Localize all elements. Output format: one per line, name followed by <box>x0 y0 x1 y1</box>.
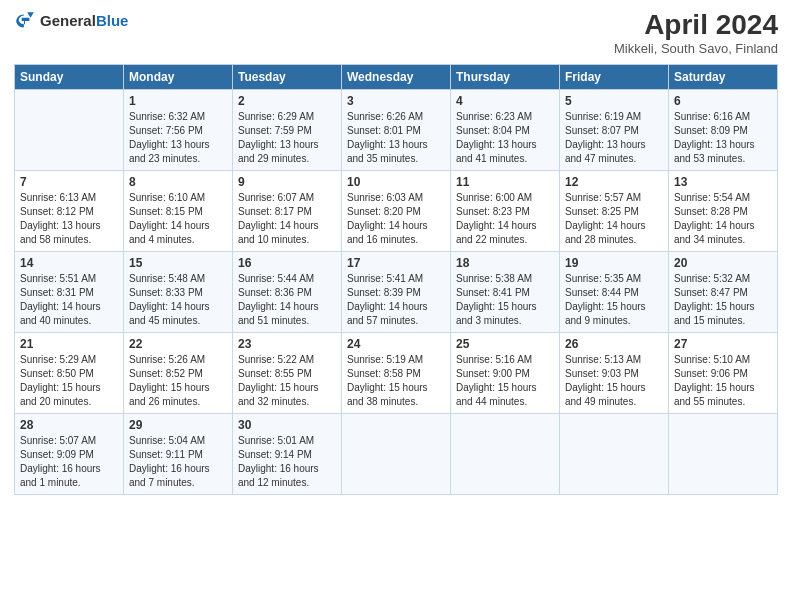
calendar-body: 1Sunrise: 6:32 AM Sunset: 7:56 PM Daylig… <box>15 89 778 494</box>
day-info: Sunrise: 5:44 AM Sunset: 8:36 PM Dayligh… <box>238 272 336 328</box>
day-info: Sunrise: 5:04 AM Sunset: 9:11 PM Dayligh… <box>129 434 227 490</box>
day-number: 20 <box>674 256 772 270</box>
day-info: Sunrise: 5:13 AM Sunset: 9:03 PM Dayligh… <box>565 353 663 409</box>
day-number: 17 <box>347 256 445 270</box>
day-info: Sunrise: 5:38 AM Sunset: 8:41 PM Dayligh… <box>456 272 554 328</box>
calendar-cell: 26Sunrise: 5:13 AM Sunset: 9:03 PM Dayli… <box>560 332 669 413</box>
week-row-1: 1Sunrise: 6:32 AM Sunset: 7:56 PM Daylig… <box>15 89 778 170</box>
calendar-cell: 16Sunrise: 5:44 AM Sunset: 8:36 PM Dayli… <box>233 251 342 332</box>
day-number: 21 <box>20 337 118 351</box>
day-number: 27 <box>674 337 772 351</box>
calendar-cell: 5Sunrise: 6:19 AM Sunset: 8:07 PM Daylig… <box>560 89 669 170</box>
col-header-thursday: Thursday <box>451 64 560 89</box>
logo: GeneralBlue <box>14 10 128 32</box>
day-number: 18 <box>456 256 554 270</box>
calendar-cell: 14Sunrise: 5:51 AM Sunset: 8:31 PM Dayli… <box>15 251 124 332</box>
day-number: 30 <box>238 418 336 432</box>
day-info: Sunrise: 5:48 AM Sunset: 8:33 PM Dayligh… <box>129 272 227 328</box>
day-number: 8 <box>129 175 227 189</box>
calendar-cell: 30Sunrise: 5:01 AM Sunset: 9:14 PM Dayli… <box>233 413 342 494</box>
day-info: Sunrise: 5:35 AM Sunset: 8:44 PM Dayligh… <box>565 272 663 328</box>
day-info: Sunrise: 6:07 AM Sunset: 8:17 PM Dayligh… <box>238 191 336 247</box>
calendar-cell: 20Sunrise: 5:32 AM Sunset: 8:47 PM Dayli… <box>669 251 778 332</box>
day-info: Sunrise: 6:23 AM Sunset: 8:04 PM Dayligh… <box>456 110 554 166</box>
day-number: 7 <box>20 175 118 189</box>
calendar-cell: 18Sunrise: 5:38 AM Sunset: 8:41 PM Dayli… <box>451 251 560 332</box>
day-info: Sunrise: 5:19 AM Sunset: 8:58 PM Dayligh… <box>347 353 445 409</box>
day-info: Sunrise: 5:51 AM Sunset: 8:31 PM Dayligh… <box>20 272 118 328</box>
day-info: Sunrise: 5:26 AM Sunset: 8:52 PM Dayligh… <box>129 353 227 409</box>
title-block: April 2024 Mikkeli, South Savo, Finland <box>614 10 778 56</box>
calendar-cell: 24Sunrise: 5:19 AM Sunset: 8:58 PM Dayli… <box>342 332 451 413</box>
calendar-cell <box>669 413 778 494</box>
day-number: 26 <box>565 337 663 351</box>
calendar-cell: 10Sunrise: 6:03 AM Sunset: 8:20 PM Dayli… <box>342 170 451 251</box>
col-header-tuesday: Tuesday <box>233 64 342 89</box>
day-info: Sunrise: 6:16 AM Sunset: 8:09 PM Dayligh… <box>674 110 772 166</box>
day-info: Sunrise: 5:41 AM Sunset: 8:39 PM Dayligh… <box>347 272 445 328</box>
day-info: Sunrise: 5:54 AM Sunset: 8:28 PM Dayligh… <box>674 191 772 247</box>
day-number: 23 <box>238 337 336 351</box>
calendar-cell: 22Sunrise: 5:26 AM Sunset: 8:52 PM Dayli… <box>124 332 233 413</box>
col-header-monday: Monday <box>124 64 233 89</box>
header-row-days: SundayMondayTuesdayWednesdayThursdayFrid… <box>15 64 778 89</box>
logo-general: General <box>40 12 96 29</box>
calendar-cell <box>451 413 560 494</box>
day-info: Sunrise: 5:07 AM Sunset: 9:09 PM Dayligh… <box>20 434 118 490</box>
calendar-cell: 15Sunrise: 5:48 AM Sunset: 8:33 PM Dayli… <box>124 251 233 332</box>
day-info: Sunrise: 5:57 AM Sunset: 8:25 PM Dayligh… <box>565 191 663 247</box>
calendar-cell: 17Sunrise: 5:41 AM Sunset: 8:39 PM Dayli… <box>342 251 451 332</box>
logo-blue: Blue <box>96 12 129 29</box>
day-info: Sunrise: 5:10 AM Sunset: 9:06 PM Dayligh… <box>674 353 772 409</box>
calendar-cell: 27Sunrise: 5:10 AM Sunset: 9:06 PM Dayli… <box>669 332 778 413</box>
day-number: 1 <box>129 94 227 108</box>
calendar-cell <box>15 89 124 170</box>
calendar-table: SundayMondayTuesdayWednesdayThursdayFrid… <box>14 64 778 495</box>
day-info: Sunrise: 5:29 AM Sunset: 8:50 PM Dayligh… <box>20 353 118 409</box>
calendar-cell: 3Sunrise: 6:26 AM Sunset: 8:01 PM Daylig… <box>342 89 451 170</box>
day-number: 29 <box>129 418 227 432</box>
calendar-cell: 6Sunrise: 6:16 AM Sunset: 8:09 PM Daylig… <box>669 89 778 170</box>
calendar-cell: 9Sunrise: 6:07 AM Sunset: 8:17 PM Daylig… <box>233 170 342 251</box>
week-row-4: 21Sunrise: 5:29 AM Sunset: 8:50 PM Dayli… <box>15 332 778 413</box>
day-info: Sunrise: 6:10 AM Sunset: 8:15 PM Dayligh… <box>129 191 227 247</box>
day-info: Sunrise: 5:22 AM Sunset: 8:55 PM Dayligh… <box>238 353 336 409</box>
col-header-sunday: Sunday <box>15 64 124 89</box>
calendar-cell: 29Sunrise: 5:04 AM Sunset: 9:11 PM Dayli… <box>124 413 233 494</box>
week-row-2: 7Sunrise: 6:13 AM Sunset: 8:12 PM Daylig… <box>15 170 778 251</box>
day-number: 12 <box>565 175 663 189</box>
day-number: 13 <box>674 175 772 189</box>
col-header-friday: Friday <box>560 64 669 89</box>
calendar-cell: 19Sunrise: 5:35 AM Sunset: 8:44 PM Dayli… <box>560 251 669 332</box>
logo-text: GeneralBlue <box>40 13 128 30</box>
day-info: Sunrise: 6:29 AM Sunset: 7:59 PM Dayligh… <box>238 110 336 166</box>
main-title: April 2024 <box>614 10 778 41</box>
page-container: GeneralBlue April 2024 Mikkeli, South Sa… <box>0 0 792 503</box>
col-header-saturday: Saturday <box>669 64 778 89</box>
calendar-cell <box>342 413 451 494</box>
day-number: 11 <box>456 175 554 189</box>
calendar-cell: 25Sunrise: 5:16 AM Sunset: 9:00 PM Dayli… <box>451 332 560 413</box>
day-number: 19 <box>565 256 663 270</box>
calendar-cell: 7Sunrise: 6:13 AM Sunset: 8:12 PM Daylig… <box>15 170 124 251</box>
day-number: 2 <box>238 94 336 108</box>
day-number: 24 <box>347 337 445 351</box>
day-number: 28 <box>20 418 118 432</box>
day-number: 25 <box>456 337 554 351</box>
calendar-cell <box>560 413 669 494</box>
calendar-cell: 13Sunrise: 5:54 AM Sunset: 8:28 PM Dayli… <box>669 170 778 251</box>
calendar-cell: 21Sunrise: 5:29 AM Sunset: 8:50 PM Dayli… <box>15 332 124 413</box>
day-info: Sunrise: 6:00 AM Sunset: 8:23 PM Dayligh… <box>456 191 554 247</box>
day-number: 5 <box>565 94 663 108</box>
week-row-3: 14Sunrise: 5:51 AM Sunset: 8:31 PM Dayli… <box>15 251 778 332</box>
day-info: Sunrise: 6:13 AM Sunset: 8:12 PM Dayligh… <box>20 191 118 247</box>
calendar-cell: 2Sunrise: 6:29 AM Sunset: 7:59 PM Daylig… <box>233 89 342 170</box>
calendar-cell: 8Sunrise: 6:10 AM Sunset: 8:15 PM Daylig… <box>124 170 233 251</box>
day-info: Sunrise: 6:19 AM Sunset: 8:07 PM Dayligh… <box>565 110 663 166</box>
calendar-cell: 11Sunrise: 6:00 AM Sunset: 8:23 PM Dayli… <box>451 170 560 251</box>
week-row-5: 28Sunrise: 5:07 AM Sunset: 9:09 PM Dayli… <box>15 413 778 494</box>
calendar-cell: 1Sunrise: 6:32 AM Sunset: 7:56 PM Daylig… <box>124 89 233 170</box>
col-header-wednesday: Wednesday <box>342 64 451 89</box>
day-number: 10 <box>347 175 445 189</box>
day-info: Sunrise: 5:32 AM Sunset: 8:47 PM Dayligh… <box>674 272 772 328</box>
